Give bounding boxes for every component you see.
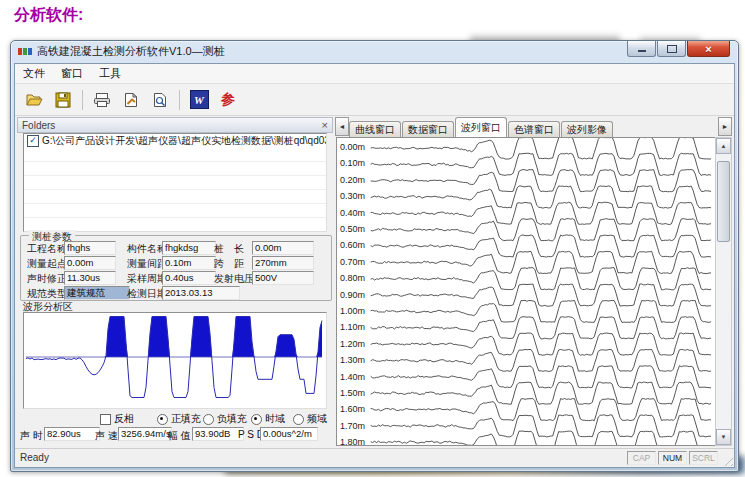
minimize-button[interactable] [627,41,656,57]
tab-scroll-right-icon[interactable]: ► [718,117,732,136]
param-label: 发射电压 [214,272,254,286]
menu-item-0[interactable]: 文件 [15,64,53,83]
wave-trace [371,284,711,306]
wave-trace [371,415,711,437]
file-list-item[interactable]: ✓ G:\公司产品设计开发\超声仪器\超声仪实地检测数据\测桩qd\qd03\q… [24,134,326,148]
param-field[interactable]: 11.30us [64,271,116,285]
param-field[interactable]: 0.00m [252,241,314,255]
invert-control[interactable]: 反相 [100,412,134,426]
open-button[interactable] [21,88,47,112]
fill-positive-control[interactable]: 正填充 [157,412,201,426]
param-field[interactable]: 270mm [252,256,314,270]
tab-1[interactable]: 数据窗口 [402,121,454,137]
wave-trace [371,431,711,445]
param-label: 测量间距 [127,257,167,271]
param-field[interactable]: 0.00m [64,256,116,270]
param-label: 桩 长 [214,242,244,256]
field-value[interactable]: 93.90dB [192,427,244,441]
wave-trace [371,317,711,339]
list-row-empty [24,176,326,190]
window-title: 高铁建混凝土检测分析软件V1.0—测桩 [37,44,225,59]
list-row-empty [24,204,326,218]
window-body: 文件窗口工具 [14,63,735,468]
scroll-up-icon[interactable]: ▲ [716,138,731,154]
maximize-button[interactable] [657,41,686,57]
open-folder-icon [25,92,43,108]
menu-item-2[interactable]: 工具 [91,64,129,83]
time-domain-label: 时域 [265,412,285,426]
save-button[interactable] [50,88,76,112]
list-row-empty [24,148,326,162]
wave-trace [371,349,711,371]
field-value[interactable]: 3256.94m/s [118,427,172,441]
field-label: 声 时 [20,429,43,443]
param-label: 采样周期 [127,272,167,286]
fill-negative-label: 负填充 [217,412,247,426]
file-listbox[interactable]: ✓ G:\公司产品设计开发\超声仪器\超声仪实地检测数据\测桩qd\qd03\q… [23,133,327,232]
left-panel: Folders × ✓ G:\公司产品设计开发\超声仪器\超声仪实地检测数据\测… [17,116,335,448]
folders-close-icon[interactable]: × [322,120,328,130]
list-row-empty [24,162,326,176]
fill-negative-radio[interactable] [203,414,214,425]
wave-trace [371,202,711,224]
menu-item-1[interactable]: 窗口 [53,64,91,83]
resize-grip[interactable] [721,454,733,466]
invert-checkbox[interactable] [100,414,111,425]
word-export-button[interactable]: W [186,88,212,112]
tab-0[interactable]: 曲线窗口 [349,121,401,137]
depth-label: 1.70m [340,421,365,431]
page-heading: 分析软件: [14,5,83,26]
waveform-plot [23,312,327,409]
param-field[interactable]: 2013.03.13 [162,286,240,300]
status-message: Ready [20,452,49,463]
freq-domain-control[interactable]: 频域 [293,412,327,426]
folders-title: Folders [22,120,55,131]
wave-trace [371,138,711,159]
time-domain-control[interactable]: 时域 [251,412,285,426]
param-label: 规范类型 [27,287,67,301]
close-button[interactable]: × [687,41,730,57]
tab-2[interactable]: 波列窗口 [455,117,507,137]
wave-trace [371,366,711,388]
fill-negative-control[interactable]: 负填充 [203,412,247,426]
parameter-button[interactable]: 参 [215,88,241,112]
depth-label: 0.10m [340,158,365,168]
wave-trace [371,399,711,421]
param-field[interactable]: 0.40us [162,271,216,285]
vertical-scrollbar[interactable]: ▲ ▼ [715,137,732,446]
parameter-icon: 参 [221,91,235,109]
app-window: 高铁建混凝土检测分析软件V1.0—测桩 × 文件窗口工具 [10,40,739,472]
export-button[interactable] [118,88,144,112]
freq-domain-radio[interactable] [293,414,304,425]
param-field[interactable]: 500V [252,271,314,285]
time-domain-radio[interactable] [251,414,262,425]
print-button[interactable] [89,88,115,112]
field-value[interactable]: 82.90us [44,427,100,441]
depth-label: 0.40m [340,208,365,218]
param-label: 声时修正 [27,272,67,286]
field-label: 幅 值 [168,429,191,443]
preview-button[interactable] [147,88,173,112]
status-bar: Ready CAPNUMSCRL [15,448,734,467]
tab-scroll-left-icon[interactable]: ◄ [335,117,349,136]
field-value[interactable]: 0.00us^2/m [260,427,318,441]
wave-trace [371,300,711,322]
param-field[interactable]: fhghs [64,241,116,255]
field-label: 声 速 [95,429,118,443]
depth-label: 1.20m [340,339,365,349]
param-label: 工程名称 [27,242,67,256]
app-icon [18,46,32,57]
scrollbar-thumb[interactable] [717,161,730,242]
depth-label: 0.00m [340,142,365,152]
param-field[interactable]: 建筑规范 [64,286,130,300]
scroll-down-icon[interactable]: ▼ [716,429,731,445]
param-field[interactable]: 0.10m [162,256,216,270]
tab-4[interactable]: 波列影像 [561,121,613,137]
fill-positive-radio[interactable] [157,414,168,425]
param-field[interactable]: fhgkdsg [162,241,216,255]
param-label: 构件名称 [127,242,167,256]
wave-trace [371,219,711,241]
tab-3[interactable]: 色谱窗口 [508,121,560,137]
depth-label: 0.80m [340,273,365,283]
file-checkbox[interactable]: ✓ [27,135,39,147]
